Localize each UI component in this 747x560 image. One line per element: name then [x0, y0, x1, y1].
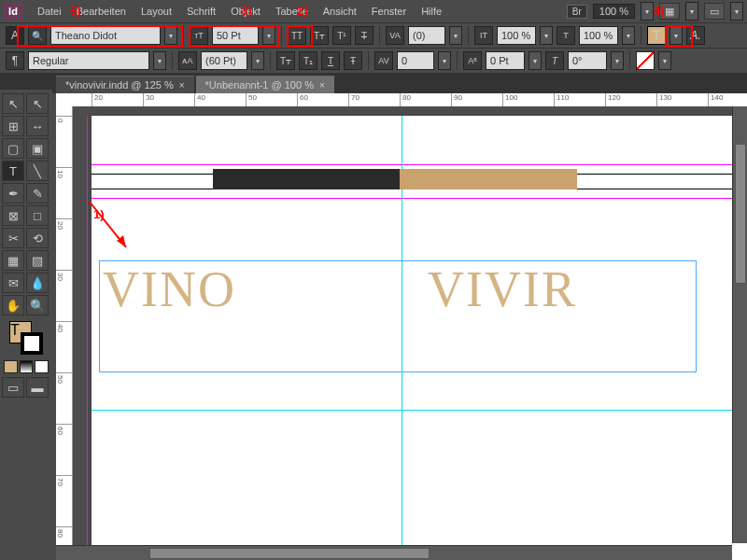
apply-color[interactable]	[4, 360, 18, 373]
font-family-dropdown[interactable]	[164, 26, 177, 45]
text-vino[interactable]: VINO	[103, 260, 236, 318]
tracking-dropdown[interactable]	[438, 51, 451, 70]
scrollbar-vertical[interactable]	[732, 106, 747, 543]
view-mode-preview[interactable]: ▬	[26, 377, 49, 398]
leading-input[interactable]	[201, 51, 247, 70]
screen-mode-dropdown[interactable]	[685, 2, 698, 21]
tab-vinovivir[interactable]: *vinovivir.indd @ 125 % ×	[56, 76, 194, 93]
apply-none[interactable]	[35, 360, 49, 373]
menu-fenster[interactable]: Fenster	[364, 6, 414, 17]
char-style-icon[interactable]: A.	[686, 26, 705, 45]
apply-gradient[interactable]	[20, 360, 34, 373]
superscript-icon[interactable]: T¹	[332, 26, 351, 45]
tab-close-icon[interactable]: ×	[319, 80, 325, 91]
baseline-input[interactable]	[486, 51, 525, 70]
guide-cyan-h[interactable]	[92, 410, 747, 411]
hscale-input[interactable]	[579, 26, 618, 45]
free-transform-tool[interactable]: ⟲	[26, 228, 49, 248]
kerning-dropdown[interactable]	[449, 26, 462, 45]
menu-datei[interactable]: Datei	[30, 6, 69, 17]
bridge-badge[interactable]: Br	[567, 5, 587, 19]
rectangle-frame-tool[interactable]: ⊠	[2, 205, 24, 226]
skew-dropdown[interactable]	[611, 51, 624, 70]
fill-color-icon[interactable]: T	[647, 26, 666, 45]
menu-ansicht[interactable]: Ansicht	[316, 6, 364, 17]
canvas-area[interactable]: VINO VIVIR	[73, 106, 747, 560]
type-tool[interactable]: T	[2, 161, 24, 181]
font-style-input[interactable]	[28, 51, 149, 70]
vscale-dropdown[interactable]	[540, 26, 553, 45]
text-vivir[interactable]: VIVIR	[428, 260, 577, 318]
dark-rectangle[interactable]	[213, 169, 400, 189]
kerning-input[interactable]	[408, 26, 445, 45]
baseline-dropdown[interactable]	[529, 51, 542, 70]
scrollbar-thumb[interactable]	[735, 144, 746, 284]
hand-tool[interactable]: ✋	[2, 295, 24, 315]
font-family-input[interactable]	[50, 26, 161, 45]
allcaps-icon[interactable]: TT	[288, 26, 306, 45]
scrollbar-thumb[interactable]	[149, 548, 430, 559]
menu-schrift[interactable]: Schrift	[179, 6, 223, 17]
nobreak-icon[interactable]: Ŧ	[344, 51, 362, 70]
zoom-level[interactable]: 100 %	[593, 4, 635, 19]
gradient-feather-tool[interactable]: ▨	[26, 250, 49, 271]
ruler-vertical[interactable]: 0 10 20 30 40 50 60 70 80	[56, 106, 73, 560]
annotation-label-4: 4)	[654, 4, 665, 18]
zoom-tool[interactable]: 🔍	[26, 295, 49, 315]
guide-magenta-h[interactable]	[92, 164, 747, 165]
guide-magenta-v[interactable]	[87, 116, 88, 560]
strikethrough-icon[interactable]: T	[355, 26, 374, 45]
eyedropper-tool[interactable]: 💧	[26, 273, 49, 293]
tab-label: *vinovivir.indd @ 125 %	[65, 79, 174, 91]
page[interactable]: VINO VIVIR	[92, 116, 747, 560]
gap-tool[interactable]: ↔	[26, 116, 49, 136]
page-tool[interactable]: ⊞	[2, 116, 24, 136]
smallcaps-icon[interactable]: Tᴛ	[310, 26, 329, 45]
tab-close-icon[interactable]: ×	[179, 80, 185, 91]
subscript2-icon[interactable]: T₁	[299, 51, 317, 70]
fill-stroke-swatch[interactable]: T	[9, 321, 43, 355]
menu-layout[interactable]: Layout	[134, 6, 179, 17]
paragraph-mode-icon[interactable]: ¶	[6, 51, 24, 70]
pencil-tool[interactable]: ✎	[26, 183, 49, 203]
font-style-dropdown[interactable]	[153, 51, 166, 70]
toolbox: ↖↖ ⊞↔ ▢▣ T╲ ✒✎ ⊠□ ✂⟲ ▦▨ ✉💧 ✋🔍 T ▭▬	[0, 90, 52, 403]
selection-tool[interactable]: ↖	[2, 93, 24, 114]
guide-magenta-h[interactable]	[92, 198, 747, 199]
fill-dropdown[interactable]	[669, 26, 683, 45]
line-tool[interactable]: ╲	[26, 161, 49, 181]
view-mode-normal[interactable]: ▭	[2, 377, 24, 398]
arrange-icon[interactable]: ▭	[704, 3, 725, 20]
scrollbar-horizontal[interactable]	[56, 545, 732, 560]
font-size-dropdown[interactable]	[262, 26, 275, 45]
menu-tabelle[interactable]: Tabelle	[268, 6, 316, 17]
underline-icon[interactable]: T	[321, 51, 340, 70]
arrange-dropdown[interactable]	[730, 2, 743, 21]
hscale-icon: T	[557, 26, 575, 45]
pen-tool[interactable]: ✒	[2, 183, 24, 203]
content-placer-tool[interactable]: ▣	[26, 138, 49, 159]
leading-dropdown[interactable]	[251, 51, 264, 70]
font-size-input[interactable]	[212, 26, 259, 45]
vscale-input[interactable]	[497, 26, 536, 45]
note-tool[interactable]: ✉	[2, 273, 24, 293]
character-mode-icon[interactable]: A	[6, 26, 24, 45]
tracking-input[interactable]	[397, 51, 434, 70]
scissors-tool[interactable]: ✂	[2, 228, 24, 248]
gradient-swatch-tool[interactable]: ▦	[2, 250, 24, 271]
content-collector-tool[interactable]: ▢	[2, 138, 24, 159]
stroke-dropdown[interactable]	[658, 51, 671, 70]
tan-rectangle[interactable]	[400, 169, 577, 189]
subscript-icon[interactable]: Tᴛ	[276, 51, 295, 70]
direct-selection-tool[interactable]: ↖	[26, 93, 49, 114]
zoom-dropdown[interactable]	[641, 2, 654, 21]
tracking-icon: AV	[374, 51, 393, 70]
tab-unbenannt[interactable]: *Unbenannt-1 @ 100 % ×	[196, 76, 334, 93]
skew-input[interactable]	[568, 51, 607, 70]
search-font-icon[interactable]: 🔍	[28, 26, 47, 45]
stroke-color-icon[interactable]	[636, 51, 655, 70]
menu-hilfe[interactable]: Hilfe	[414, 6, 449, 17]
rectangle-tool[interactable]: □	[26, 205, 49, 226]
hscale-dropdown[interactable]	[622, 26, 635, 45]
stroke-swatch[interactable]	[21, 332, 43, 355]
